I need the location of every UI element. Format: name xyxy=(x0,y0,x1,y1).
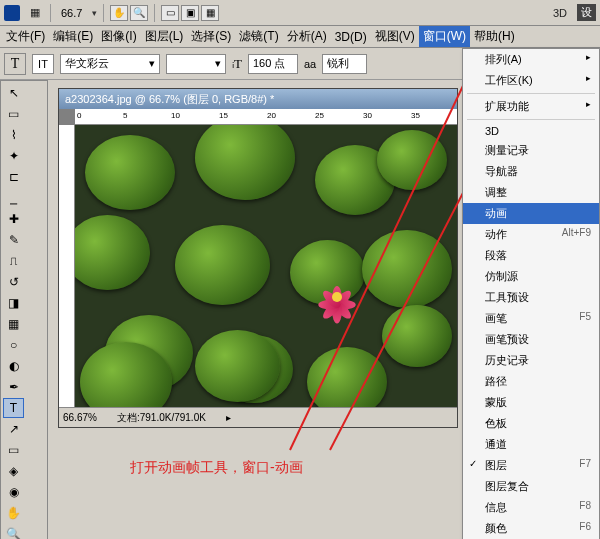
menu-item-measure[interactable]: 测量记录 xyxy=(463,140,599,161)
font-size-icon: ᵢT xyxy=(232,56,242,72)
marquee-tool[interactable]: ▭ xyxy=(3,104,24,124)
menu-item-swatches[interactable]: 色板 xyxy=(463,413,599,434)
vertical-ruler xyxy=(59,125,75,407)
3d-tool[interactable]: ◈ xyxy=(3,461,24,481)
menu-bar: 文件(F) 编辑(E) 图像(I) 图层(L) 选择(S) 滤镜(T) 分析(A… xyxy=(0,26,600,48)
document-status-bar: 66.67% 文档:791.0K/791.0K ▸ xyxy=(59,407,457,427)
chevron-down-icon: ▾ xyxy=(149,57,155,70)
menu-item-color[interactable]: 颜色F6 xyxy=(463,518,599,539)
menu-file[interactable]: 文件(F) xyxy=(2,26,49,47)
document-window: a2302364.jpg @ 66.7% (图层 0, RGB/8#) * 0 … xyxy=(58,88,458,428)
menu-item-info[interactable]: 信息F8 xyxy=(463,497,599,518)
zoom-value[interactable]: 66.7 xyxy=(57,7,86,19)
menu-item-layer-comps[interactable]: 图层复合 xyxy=(463,476,599,497)
status-zoom[interactable]: 66.67% xyxy=(63,412,97,423)
eraser-tool[interactable]: ◨ xyxy=(3,293,24,313)
healing-tool[interactable]: ✚ xyxy=(3,209,24,229)
zoom-tool[interactable]: 🔍 xyxy=(3,524,24,539)
gradient-tool[interactable]: ▦ xyxy=(3,314,24,334)
chevron-down-icon: ▾ xyxy=(215,57,221,70)
active-tool-indicator[interactable]: T xyxy=(4,53,26,75)
view-mode-group: ✋ 🔍 xyxy=(110,5,148,21)
antialias-select[interactable]: 锐利 xyxy=(322,54,367,74)
type-tool[interactable]: T xyxy=(3,398,24,418)
menu-select[interactable]: 选择(S) xyxy=(187,26,235,47)
crop-tool[interactable]: ⊏ xyxy=(3,167,24,187)
hand-tool-icon[interactable]: ✋ xyxy=(110,5,128,21)
canvas[interactable] xyxy=(75,125,457,407)
screen-mode-group: ▭ ▣ ▦ xyxy=(161,5,219,21)
document-title[interactable]: a2302364.jpg @ 66.7% (图层 0, RGB/8#) * xyxy=(59,89,457,109)
window-menu-dropdown: 排列(A)▸ 工作区(K)▸ 扩展功能▸ 3D 测量记录 导航器 调整 动画 动… xyxy=(462,48,600,539)
menu-item-paragraph[interactable]: 段落 xyxy=(463,245,599,266)
path-select-tool[interactable]: ↗ xyxy=(3,419,24,439)
menu-help[interactable]: 帮助(H) xyxy=(470,26,519,47)
menu-edit[interactable]: 编辑(E) xyxy=(49,26,97,47)
font-family-select[interactable]: 华文彩云▾ xyxy=(60,54,160,74)
zoom-tool-icon[interactable]: 🔍 xyxy=(130,5,148,21)
pen-tool[interactable]: ✒ xyxy=(3,377,24,397)
status-doc-size[interactable]: 文档:791.0K/791.0K xyxy=(117,411,206,425)
font-size-select[interactable]: 160 点 xyxy=(248,54,298,74)
menu-item-brush[interactable]: 画笔F5 xyxy=(463,308,599,329)
menu-item-extensions[interactable]: 扩展功能▸ xyxy=(463,96,599,117)
history-brush-tool[interactable]: ↺ xyxy=(3,272,24,292)
zoom-dropdown-icon[interactable]: ▾ xyxy=(92,8,97,18)
hand-tool[interactable]: ✋ xyxy=(3,503,24,523)
horizontal-ruler: 0 5 10 15 20 25 30 35 xyxy=(75,109,457,125)
check-icon: ✓ xyxy=(469,458,477,469)
menu-window[interactable]: 窗口(W) xyxy=(419,26,470,47)
menu-item-channels[interactable]: 通道 xyxy=(463,434,599,455)
menu-item-adjustments[interactable]: 调整 xyxy=(463,182,599,203)
lasso-tool[interactable]: ⌇ xyxy=(3,125,24,145)
menu-item-layers[interactable]: ✓图层F7 xyxy=(463,455,599,476)
mini-bridge-icon[interactable]: ▦ xyxy=(26,5,44,20)
blur-tool[interactable]: ○ xyxy=(3,335,24,355)
antialias-value: 锐利 xyxy=(327,56,349,71)
menu-view[interactable]: 视图(V) xyxy=(371,26,419,47)
brush-tool[interactable]: ✎ xyxy=(3,230,24,250)
menu-item-masks[interactable]: 蒙版 xyxy=(463,392,599,413)
screen-mode-max-icon[interactable]: ▦ xyxy=(201,5,219,21)
submenu-arrow-icon: ▸ xyxy=(586,99,591,114)
menu-image[interactable]: 图像(I) xyxy=(97,26,140,47)
menu-3d[interactable]: 3D(D) xyxy=(331,28,371,46)
menu-item-tool-preset[interactable]: 工具预设 xyxy=(463,287,599,308)
menu-item-3d[interactable]: 3D xyxy=(463,122,599,140)
stamp-tool[interactable]: ⎍ xyxy=(3,251,24,271)
menu-item-actions[interactable]: 动作Alt+F9 xyxy=(463,224,599,245)
quick-select-tool[interactable]: ✦ xyxy=(3,146,24,166)
orientation-button[interactable]: IT xyxy=(32,54,54,74)
screen-mode-standard-icon[interactable]: ▭ xyxy=(161,5,179,21)
menu-analysis[interactable]: 分析(A) xyxy=(283,26,331,47)
app-icon xyxy=(4,5,20,21)
menu-layer[interactable]: 图层(L) xyxy=(141,26,188,47)
screen-mode-full-icon[interactable]: ▣ xyxy=(181,5,199,21)
submenu-arrow-icon: ▸ xyxy=(586,73,591,88)
menu-item-navigator[interactable]: 导航器 xyxy=(463,161,599,182)
menu-filter[interactable]: 滤镜(T) xyxy=(235,26,282,47)
dodge-tool[interactable]: ◐ xyxy=(3,356,24,376)
antialias-label: aa xyxy=(304,58,316,70)
annotation-text: 打开动画帧工具，窗口-动画 xyxy=(130,459,303,477)
eyedropper-tool[interactable]: ⎯ xyxy=(3,188,24,208)
font-style-select[interactable]: ▾ xyxy=(166,54,226,74)
move-tool[interactable]: ↖ xyxy=(3,83,24,103)
tools-panel: ↖ ▭ ⌇ ✦ ⊏ ⎯ ✚ ✎ ⎍ ↺ ◨ ▦ ○ ◐ ✒ T ↗ ▭ ◈ ◉ … xyxy=(0,80,48,539)
font-family-value: 华文彩云 xyxy=(65,56,109,71)
menu-item-clone[interactable]: 仿制源 xyxy=(463,266,599,287)
3d-label[interactable]: 3D xyxy=(549,6,571,20)
lotus-flower xyxy=(317,277,357,317)
menu-item-paths[interactable]: 路径 xyxy=(463,371,599,392)
3d-camera-tool[interactable]: ◉ xyxy=(3,482,24,502)
menu-item-animation[interactable]: 动画 xyxy=(463,203,599,224)
shape-tool[interactable]: ▭ xyxy=(3,440,24,460)
menu-item-workspace[interactable]: 工作区(K)▸ xyxy=(463,70,599,91)
menu-item-history[interactable]: 历史记录 xyxy=(463,350,599,371)
title-bar: ▦ 66.7 ▾ ✋ 🔍 ▭ ▣ ▦ 3D 设 xyxy=(0,0,600,26)
menu-item-brush-preset[interactable]: 画笔预设 xyxy=(463,329,599,350)
menu-item-arrange[interactable]: 排列(A)▸ xyxy=(463,49,599,70)
design-label[interactable]: 设 xyxy=(577,4,596,21)
status-arrow-icon[interactable]: ▸ xyxy=(226,412,231,423)
submenu-arrow-icon: ▸ xyxy=(586,52,591,67)
